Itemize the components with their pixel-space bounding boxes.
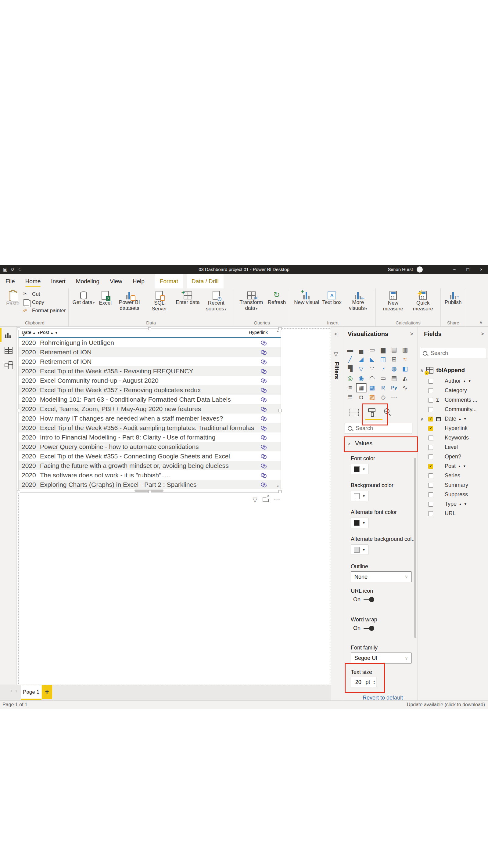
field-item-post[interactable]: Post▲ ▼ [417, 462, 488, 471]
recent-sources-button[interactable]: ◷Recent sources▾ [201, 290, 231, 313]
menu-modeling[interactable]: Modeling [76, 274, 99, 288]
hyperlink-icon[interactable] [260, 341, 267, 345]
account-name[interactable]: Simon Hurst [388, 265, 413, 274]
field-item-level[interactable]: Level [417, 442, 488, 452]
page-tab[interactable]: Page 1 [21, 685, 41, 699]
report-view-button[interactable] [5, 332, 12, 339]
table-row[interactable]: 2020Excel Tip of the Week #355 - Connect… [19, 452, 281, 461]
model-view-button[interactable] [5, 361, 12, 369]
field-item-series[interactable]: Series [417, 471, 488, 480]
format-pane-scrollbar[interactable] [414, 458, 416, 638]
tab-format-pane[interactable] [365, 406, 379, 418]
table-row[interactable]: 2020Excel, Teams, Zoom, PBI++ May-Aug 20… [19, 404, 281, 413]
enter-data-button[interactable]: +Enter data [174, 290, 201, 306]
format-painter-button[interactable]: ✏Format painter [23, 307, 66, 314]
field-checkbox[interactable] [428, 473, 433, 478]
table-row[interactable]: 2020Retirement of ION [19, 347, 281, 357]
slicer-icon[interactable]: ≡ [346, 384, 355, 392]
chevron-up-icon[interactable]: ∧ [420, 368, 423, 373]
line-and-stacked-column-chart-icon[interactable]: ◫ [379, 355, 388, 364]
revert-to-default-link[interactable]: Revert to default [351, 695, 415, 701]
minimize-button[interactable]: − [448, 265, 461, 274]
collapse-fields-icon[interactable]: > [481, 331, 484, 337]
new-visual-button[interactable]: +New visual [292, 290, 321, 306]
more-options-icon[interactable]: ⋯ [274, 496, 280, 503]
map-icon[interactable]: ◎ [346, 374, 355, 382]
paginated-report-icon[interactable]: ▨ [367, 393, 377, 401]
new-measure-button[interactable]: New measure [378, 290, 408, 312]
clustered-bar-chart-icon[interactable]: ▭ [367, 346, 377, 354]
resize-handle[interactable] [17, 490, 20, 493]
field-checkbox[interactable] [428, 483, 433, 488]
field-checkbox[interactable] [428, 445, 433, 450]
word-wrap-toggle[interactable]: On [353, 625, 373, 631]
hyperlink-icon[interactable] [260, 397, 267, 402]
sql-server-button[interactable]: SQL Server [144, 290, 174, 312]
stacked-bar-chart-icon[interactable]: ▬ [346, 346, 355, 354]
transform-data-button[interactable]: ✏Transform data▾ [236, 290, 266, 312]
table-row[interactable]: 2020Facing the future with a growth mind… [19, 461, 281, 470]
field-item-type[interactable]: Type▲ ▼ [417, 499, 488, 509]
table-row[interactable]: 2020Modelling 101: Part 63 - Conditional… [19, 395, 281, 404]
waterfall-chart-icon[interactable]: ▜ [346, 365, 355, 373]
paste-button[interactable]: Paste [4, 290, 22, 307]
spinner-arrows[interactable]: ▴▾ [372, 677, 376, 687]
pie-chart-icon[interactable]: ◔ [379, 365, 388, 373]
menu-home[interactable]: Home [25, 274, 41, 288]
table-row[interactable]: 2020Excel Tip of the Week #358 - Revisit… [19, 366, 281, 376]
field-checkbox[interactable] [428, 511, 433, 516]
chevron-down-icon[interactable]: ∨ [420, 416, 428, 422]
stacked-area-chart-icon[interactable]: ◣ [367, 355, 377, 364]
hyperlink-icon[interactable] [260, 464, 267, 468]
field-item-suppress[interactable]: Suppress [417, 490, 488, 499]
table-name[interactable]: tblAppend [436, 367, 465, 374]
clustered-column-chart-icon[interactable]: ▆ [379, 346, 388, 354]
hyperlink-icon[interactable] [260, 350, 267, 354]
focus-mode-icon[interactable] [263, 497, 269, 502]
refresh-button[interactable]: ↻Refresh [266, 290, 288, 306]
text-size-spinner[interactable]: 20 pt ▴▾ [351, 677, 377, 687]
field-checkbox[interactable] [428, 379, 433, 384]
line-chart-icon[interactable]: ╱ [346, 355, 355, 364]
excel-button[interactable]: XExcel [96, 290, 115, 306]
field-checkbox[interactable] [428, 388, 433, 393]
copy-button[interactable]: Copy [23, 299, 66, 306]
qna-icon[interactable]: ◘ [357, 393, 366, 401]
field-item-summary[interactable]: Summary [417, 480, 488, 490]
table-row[interactable]: 2020Rohrreinigung in Uettligen [19, 338, 281, 347]
filter-icon[interactable]: ▽ [253, 496, 257, 503]
field-checkbox[interactable] [428, 398, 433, 403]
field-checkbox[interactable] [428, 502, 433, 507]
cut-button[interactable]: ✂Cut [23, 291, 66, 298]
hyperlink-icon[interactable] [260, 435, 267, 439]
font-color-swatch[interactable]: ▼ [351, 464, 368, 474]
matrix-icon[interactable]: ▩ [367, 384, 377, 392]
field-item-comments-[interactable]: ΣComments ... [417, 395, 488, 405]
values-section-header[interactable]: ∧Values [348, 440, 372, 447]
avatar[interactable] [417, 267, 423, 273]
resize-handle[interactable] [17, 409, 20, 412]
menu-insert[interactable]: Insert [51, 274, 66, 288]
donut-chart-icon[interactable]: ◍ [389, 365, 399, 373]
scatter-chart-icon[interactable]: ∵ [367, 365, 377, 373]
resize-handle[interactable] [279, 409, 282, 412]
field-item-author[interactable]: Author▲ ▼ [417, 376, 488, 386]
menu-file[interactable]: File [5, 274, 15, 288]
resize-handle[interactable] [148, 327, 151, 330]
field-item-category[interactable]: Category [417, 386, 488, 395]
field-checkbox[interactable] [428, 407, 433, 412]
collapse-visualizations-icon[interactable]: > [410, 331, 413, 337]
data-view-button[interactable] [5, 347, 12, 355]
menu-view[interactable]: View [110, 274, 122, 288]
multi-row-card-icon[interactable]: ▤ [389, 374, 399, 382]
field-checkbox[interactable] [428, 416, 433, 422]
column-header-post[interactable]: Post ▲ ▼ [40, 330, 58, 335]
hyperlink-icon[interactable] [260, 369, 267, 373]
more-visuals-button[interactable]: ✏More visuals▾ [343, 290, 373, 312]
collapse-ribbon-icon[interactable]: ∧ [480, 320, 483, 324]
table-row[interactable]: 2020Power Query combine - how to automat… [19, 442, 281, 452]
fields-search[interactable] [420, 348, 486, 358]
resize-handle[interactable] [279, 327, 282, 330]
resize-handle[interactable] [148, 490, 151, 493]
filters-funnel-icon[interactable]: ▽ [334, 350, 338, 358]
